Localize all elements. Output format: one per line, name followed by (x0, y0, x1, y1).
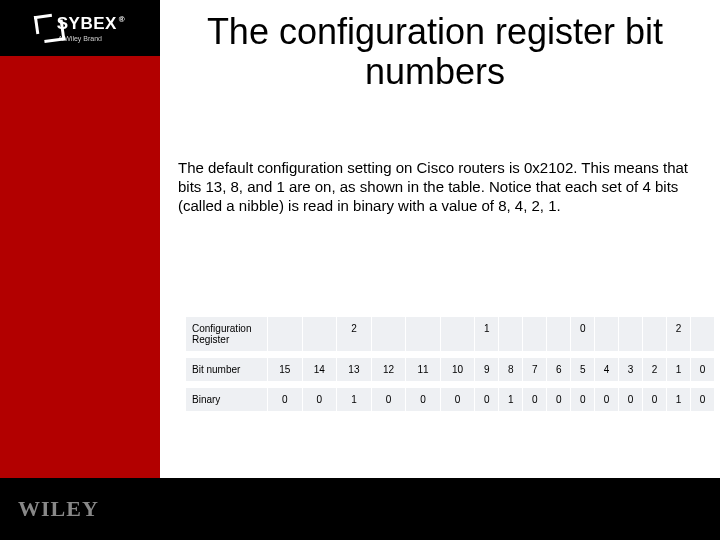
table-cell (499, 317, 523, 352)
table-cell (440, 317, 475, 352)
table-cell: 0 (547, 388, 571, 412)
table-cell (595, 317, 619, 352)
table-cell: 0 (406, 388, 441, 412)
table-cell: 9 (475, 358, 499, 382)
table-cell: 6 (547, 358, 571, 382)
table-cell (406, 317, 441, 352)
table-cell: 15 (268, 358, 303, 382)
table-cell: 0 (523, 388, 547, 412)
table-cell: 7 (523, 358, 547, 382)
table-cell: 0 (371, 388, 406, 412)
table-cell (643, 317, 667, 352)
table-row-label: Bit number (186, 358, 268, 382)
slide-paragraph: The default configuration setting on Cis… (178, 158, 688, 216)
table-row-label: Binary (186, 388, 268, 412)
table-cell: 0 (619, 388, 643, 412)
table-cell: 2 (667, 317, 691, 352)
sidebar-red (0, 0, 160, 478)
sybex-brand-text: SYBEX® (57, 14, 126, 34)
slide-title: The configuration register bit numbers (170, 12, 700, 91)
table-cell (547, 317, 571, 352)
table-cell (690, 317, 714, 352)
table-cell: 11 (406, 358, 441, 382)
table-cell: 8 (499, 358, 523, 382)
table-cell: 0 (268, 388, 303, 412)
table-cell: 0 (690, 358, 714, 382)
table-cell: 14 (302, 358, 337, 382)
table-cell: 1 (667, 358, 691, 382)
table-cell: 0 (690, 388, 714, 412)
table-cell: 3 (619, 358, 643, 382)
table-cell: 2 (643, 358, 667, 382)
table-cell: 0 (475, 388, 499, 412)
table-cell: 2 (337, 317, 372, 352)
table-cell: 13 (337, 358, 372, 382)
table-cell: 1 (475, 317, 499, 352)
table-cell: 10 (440, 358, 475, 382)
table-cell: 0 (571, 317, 595, 352)
table-row-label: Configuration Register (186, 317, 268, 352)
table-cell: 1 (337, 388, 372, 412)
table-cell: 1 (499, 388, 523, 412)
table-cell: 0 (302, 388, 337, 412)
wiley-footer: WILEY (0, 478, 720, 540)
table-cell: 1 (667, 388, 691, 412)
table-cell: 0 (643, 388, 667, 412)
table-cell (302, 317, 337, 352)
config-register-table: Configuration Register2102Bit number1514… (185, 316, 715, 412)
table-cell: 0 (595, 388, 619, 412)
table-cell (523, 317, 547, 352)
sybex-logo: SYBEX® A Wiley Brand (0, 0, 160, 56)
table-cell: 5 (571, 358, 595, 382)
table-cell: 0 (571, 388, 595, 412)
table-cell (268, 317, 303, 352)
table-cell: 0 (440, 388, 475, 412)
table-cell (371, 317, 406, 352)
table-cell (619, 317, 643, 352)
sybex-mark-icon (34, 14, 54, 34)
table-cell: 12 (371, 358, 406, 382)
wiley-logo: WILEY (18, 496, 99, 522)
table-cell: 4 (595, 358, 619, 382)
